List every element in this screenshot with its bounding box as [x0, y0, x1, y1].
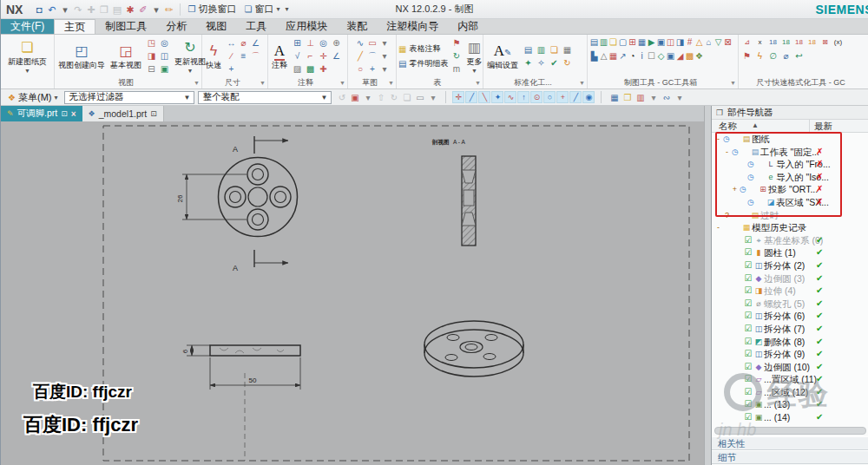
thickness-dimension-icon[interactable]: ≡	[237, 49, 250, 62]
tree-row[interactable]: ☑⌀螺纹孔 (5) ✔	[712, 298, 868, 311]
front-view[interactable]	[210, 345, 300, 356]
crosshatch-icon[interactable]: ▨	[291, 62, 304, 75]
update-parts-list-icon[interactable]: ↻	[450, 49, 463, 62]
tree-row[interactable]: ☑◩删除体 (8) ✔	[712, 336, 868, 349]
expand-icon[interactable]: +	[731, 183, 739, 196]
dim-quick-edit-icon[interactable]: ϟ	[753, 49, 766, 62]
curve-display-icon[interactable]: ∾	[660, 91, 673, 104]
close-tab-icon[interactable]: ×	[71, 109, 76, 119]
gc-toolbox-icon-13[interactable]: ⌂	[704, 36, 713, 49]
expand-icon[interactable]: -	[723, 146, 731, 159]
gc-replace-template-icon[interactable]: ▥	[535, 43, 548, 56]
up-one-level-icon[interactable]: ⇧	[374, 91, 387, 104]
checkbox-icon[interactable]: ☑	[743, 298, 753, 311]
ribbon-tab[interactable]: 分析	[156, 19, 196, 34]
section-dependencies[interactable]: 相关性	[712, 436, 868, 450]
table-more-button[interactable]: ▥ 更多 ▼	[464, 36, 483, 76]
section-view[interactable]	[462, 156, 476, 246]
chamfer-dimension-icon[interactable]: ∕	[225, 49, 238, 62]
tree-row[interactable]: ☑◫拆分体 (6) ✔	[712, 310, 868, 323]
projected-view-icon[interactable]: ◳	[145, 36, 158, 49]
repeat-command-icon[interactable]: ✱	[123, 1, 136, 18]
parts-list-button[interactable]: ▤ 零件明细表	[398, 57, 448, 70]
gc-toolbox-icon-6[interactable]: ▦	[637, 36, 647, 49]
gc-toolbox-icon-14[interactable]: ▽	[713, 36, 723, 49]
gc-toolbox-icon-24[interactable]: ▣	[666, 49, 675, 62]
gc-drawing-frame-icon[interactable]: ❏	[548, 43, 561, 56]
datum-feature-icon[interactable]: ⊥	[304, 36, 317, 49]
gc-toolbox-icon-22[interactable]: ☐	[647, 49, 656, 62]
mid-point-snap-icon[interactable]: ╲	[478, 91, 490, 103]
view-style-icon[interactable]: ▥	[634, 91, 647, 104]
tree-row[interactable]: ☑◫拆分体 (7) ✔	[712, 323, 868, 336]
gc-toolbox-icon-2[interactable]: ▥	[599, 36, 608, 49]
point-icon[interactable]: +	[366, 62, 379, 75]
menu-button[interactable]: ❖ 菜单(M) ▾	[4, 91, 61, 104]
dim-boxed-text-icon[interactable]: ⊠	[819, 36, 832, 49]
intersection-symbol-icon[interactable]: ∠	[330, 49, 343, 62]
dim-text-height-icon-4[interactable]: 18	[806, 36, 819, 49]
gc-toolbox-icon-15[interactable]: ⊠	[723, 36, 733, 49]
gc-toolbox-icon-27[interactable]: ❖	[694, 49, 704, 62]
control-point-snap-icon[interactable]: ✦	[491, 91, 503, 103]
top-view[interactable]	[219, 158, 298, 237]
circle-icon[interactable]: ○	[354, 62, 367, 75]
column-status[interactable]: 最新	[814, 121, 832, 133]
dimension-26[interactable]	[182, 174, 247, 219]
ribbon-tab[interactable]: 主页	[54, 19, 95, 34]
gc-import-drawing-icon[interactable]: ✧	[535, 56, 548, 69]
dialog-launcher-icon[interactable]: ▼	[194, 78, 200, 88]
selection-scope-combo[interactable]: 整个装配▼	[198, 91, 332, 104]
paste-icon[interactable]: ▤	[110, 1, 123, 18]
feature-control-frame-icon[interactable]: ⊞	[291, 36, 304, 49]
arc-center-snap-icon[interactable]: ⊙	[530, 91, 542, 103]
checkbox-icon[interactable]: ☑	[743, 246, 753, 259]
part-tab-active[interactable]: ✎ 可调脚.prt ⊡ ×	[1, 106, 82, 121]
tree-row[interactable]: ☑◆边倒圆 (3) ✔	[712, 272, 868, 285]
tree-row[interactable]: ◷◪表区域 "SX... ✗	[712, 196, 868, 209]
tree-row[interactable]: -◷▤图纸	[712, 133, 868, 146]
ribbon-tab[interactable]: 装配	[337, 19, 377, 34]
edit-settings-button[interactable]: A✎ 编辑设置	[485, 36, 520, 76]
shaded-view-icon[interactable]: ▦	[608, 91, 621, 104]
intersection-snap-icon[interactable]: ∿	[504, 91, 516, 103]
gc-toolbox-icon-3[interactable]: ❏	[608, 36, 618, 49]
sort-ascending-icon[interactable]: ▲	[752, 121, 759, 129]
dim-text-height-icon-2[interactable]: 18	[779, 36, 792, 49]
gc-toolbox-icon-1[interactable]: ▤	[589, 36, 599, 49]
gc-attribute-sync-icon[interactable]: ▤	[522, 43, 535, 56]
window-button[interactable]: ❏ 窗口 ▾	[241, 1, 282, 18]
gc-toolbox-icon-4[interactable]: ▢	[618, 36, 628, 49]
gc-toolbox-icon-19[interactable]: ↗	[618, 49, 628, 62]
tree-row[interactable]: ☑▣... (13) ✔	[712, 398, 868, 411]
point-on-face-snap-icon[interactable]: ◉	[582, 91, 595, 103]
break-view-icon[interactable]: ◫	[158, 49, 171, 62]
point-on-curve-snap-icon[interactable]: ╱	[569, 91, 582, 103]
redo-selection-icon[interactable]: ↻	[387, 91, 400, 104]
ribbon-tab[interactable]: 内部	[448, 19, 488, 34]
new-sheet-button[interactable]: ❏ 新建图纸页 ▼	[6, 36, 49, 76]
cut-icon[interactable]: ✚	[84, 1, 97, 18]
tree-row[interactable]: -▦模型历史记录	[712, 221, 868, 234]
gc-toolbox-icon-18[interactable]: ▦	[608, 49, 618, 62]
switch-window-button[interactable]: ❐ 切换窗口	[185, 1, 239, 18]
note-button[interactable]: A 注释	[270, 36, 289, 76]
expand-icon[interactable]: -	[714, 133, 722, 146]
datum-target-icon[interactable]: ◎	[317, 36, 330, 49]
snapshot-icon[interactable]: ▣	[348, 91, 361, 104]
arc-dropdown-icon[interactable]: ▾	[378, 49, 391, 62]
tabular-note-button[interactable]: ▦ 表格注释	[398, 43, 448, 56]
dim-flag-icon[interactable]: ⚑	[740, 49, 753, 62]
dim-radius-toggle-icon[interactable]: ⌀	[779, 49, 792, 62]
dim-reset-icon[interactable]: ↩	[792, 49, 806, 62]
linear-dimension-icon[interactable]: ↔	[225, 36, 238, 49]
circle-dropdown-icon[interactable]: ▾	[378, 62, 391, 75]
tree-row[interactable]: +◷⊞投影 "ORT... ✗	[712, 183, 868, 196]
line-icon[interactable]: ╱	[354, 49, 367, 62]
gc-title-block-icon[interactable]: ▦	[561, 43, 574, 56]
gc-toolbox-icon-26[interactable]: ▩	[685, 49, 694, 62]
checkbox-icon[interactable]: ☑	[743, 234, 753, 247]
checkbox-icon[interactable]: ☑	[743, 411, 753, 424]
rectangle-select-icon[interactable]: ▭	[413, 91, 426, 104]
gc-update-title-icon[interactable]: ↻	[561, 56, 574, 69]
